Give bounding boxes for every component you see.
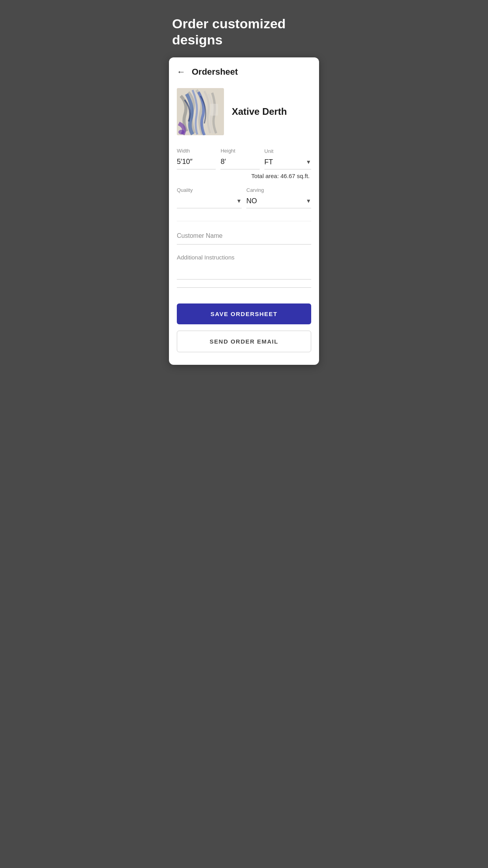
customer-name-input[interactable] — [177, 229, 311, 241]
total-area-value: 46.67 sq.ft. — [281, 173, 310, 179]
width-label: Width — [177, 148, 216, 154]
order-card: ← Ordersheet — [169, 57, 319, 365]
send-order-email-button[interactable]: SEND ORDER EMAIL — [177, 331, 311, 352]
product-row: Xative Derth — [177, 88, 311, 135]
options-row: Quality Standard Premium ▼ Carving NO YE… — [177, 187, 311, 208]
dimensions-row: Width Height Unit FT M IN ▼ — [177, 148, 311, 169]
width-input[interactable] — [177, 156, 216, 169]
unit-label: Unit — [264, 148, 311, 154]
carving-label: Carving — [246, 187, 311, 193]
product-image — [177, 88, 224, 135]
unit-field-group: Unit FT M IN ▼ — [264, 148, 311, 169]
quality-select[interactable]: Standard Premium — [177, 195, 242, 205]
svg-rect-3 — [210, 104, 218, 116]
height-input[interactable] — [220, 156, 259, 169]
height-label: Height — [220, 148, 259, 154]
height-field-group: Height — [220, 148, 259, 169]
unit-select-wrapper: FT M IN ▼ — [264, 156, 311, 169]
back-button[interactable]: ← — [177, 67, 185, 77]
card-header: ← Ordersheet — [177, 67, 311, 77]
total-area: Total area: 46.67 sq.ft. — [177, 173, 311, 179]
unit-select[interactable]: FT M IN — [264, 156, 311, 166]
svg-point-2 — [178, 130, 185, 134]
carving-select-wrapper: NO YES ▼ — [246, 195, 311, 208]
instructions-section: Additional Instructions — [177, 254, 311, 288]
product-name: Xative Derth — [232, 106, 287, 117]
page-title: Order customized designs — [172, 16, 316, 48]
quality-select-wrapper: Standard Premium ▼ — [177, 195, 242, 208]
width-field-group: Width — [177, 148, 216, 169]
customer-name-field — [177, 229, 311, 245]
quality-field-group: Quality Standard Premium ▼ — [177, 187, 242, 208]
header-section: Order customized designs — [163, 0, 325, 57]
carving-select[interactable]: NO YES — [246, 195, 311, 205]
screen: Order customized designs ← Ordersheet — [163, 0, 325, 365]
card-title: Ordersheet — [192, 67, 238, 77]
total-area-label: Total area: — [251, 173, 279, 179]
instructions-input[interactable] — [177, 264, 311, 280]
save-ordersheet-button[interactable]: SAVE ORDERSHEET — [177, 303, 311, 324]
quality-label: Quality — [177, 187, 242, 193]
carving-field-group: Carving NO YES ▼ — [246, 187, 311, 208]
instructions-label: Additional Instructions — [177, 254, 311, 261]
divider-1 — [177, 221, 311, 221]
